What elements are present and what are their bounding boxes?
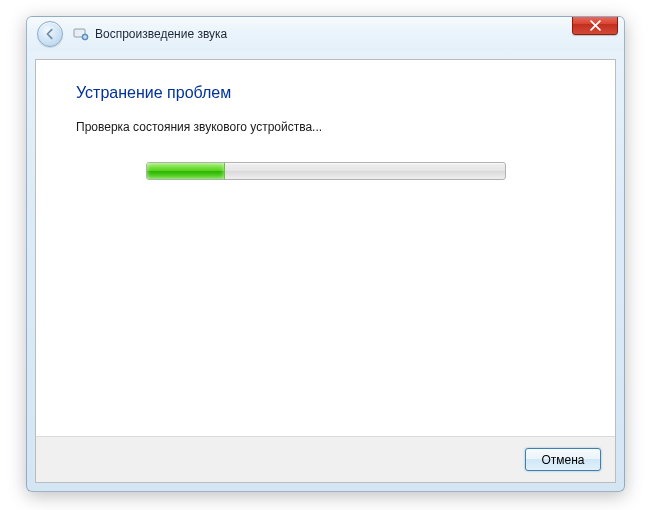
troubleshoot-icon (73, 26, 89, 42)
back-button[interactable] (37, 21, 63, 47)
close-icon (590, 20, 601, 31)
cancel-button[interactable]: Отмена (525, 448, 601, 471)
progress-bar (146, 162, 506, 180)
window-title: Воспроизведение звука (95, 27, 227, 41)
status-text: Проверка состояния звукового устройства.… (76, 120, 575, 134)
arrow-left-icon (43, 27, 57, 41)
footer-bar: Отмена (36, 436, 615, 482)
close-button[interactable] (572, 16, 618, 35)
content-pane: Устранение проблем Проверка состояния зв… (35, 59, 616, 483)
troubleshooter-window: Воспроизведение звука Устранение проблем… (26, 16, 625, 492)
title-bar: Воспроизведение звука (27, 17, 624, 51)
page-heading: Устранение проблем (76, 84, 575, 102)
progress-fill (147, 163, 226, 179)
content-inner: Устранение проблем Проверка состояния зв… (36, 60, 615, 436)
